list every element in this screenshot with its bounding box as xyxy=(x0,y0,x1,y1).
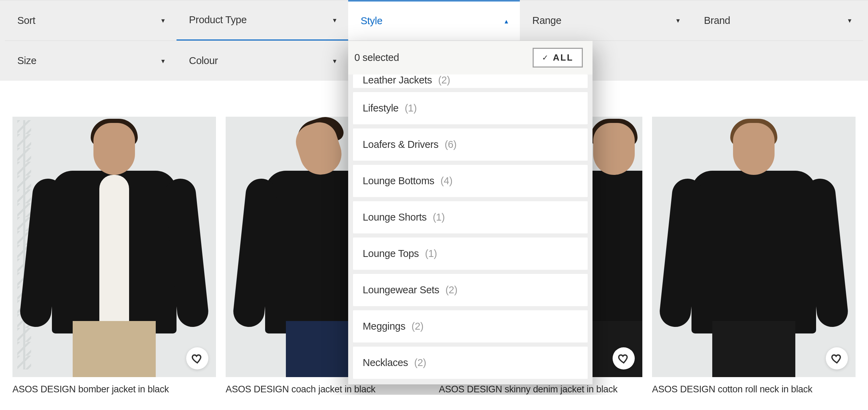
style-option-count: (2) xyxy=(445,284,458,295)
chevron-down-icon: ▾ xyxy=(161,57,165,65)
filter-empty xyxy=(691,41,863,81)
chevron-down-icon: ▾ xyxy=(848,16,851,25)
style-option-label: Leather Jackets xyxy=(363,74,432,86)
chevron-down-icon: ▾ xyxy=(333,57,336,65)
style-option-count: (2) xyxy=(414,357,426,368)
product-card[interactable]: ASOS DESIGN cotton roll neck in black xyxy=(652,117,856,395)
style-option[interactable]: Loafers & Drivers (6) xyxy=(353,128,588,161)
select-all-label: ALL xyxy=(553,52,573,63)
filter-bar: Sort ▾ Product Type ▾ Style ▴ Range ▾ Br… xyxy=(0,0,868,81)
filter-product-type[interactable]: Product Type ▾ xyxy=(177,0,348,41)
style-option-count: (4) xyxy=(441,175,453,186)
style-option-count: (6) xyxy=(445,139,457,150)
chevron-down-icon: ▾ xyxy=(676,16,680,25)
product-title: ASOS DESIGN cotton roll neck in black xyxy=(652,384,856,395)
style-option-label: Necklaces xyxy=(363,357,408,368)
product-title: ASOS DESIGN bomber jacket in black xyxy=(12,384,216,395)
style-option-label: Meggings xyxy=(363,321,405,332)
wishlist-button[interactable] xyxy=(186,347,208,369)
style-option-count: (1) xyxy=(433,212,445,223)
filter-label: Colour xyxy=(189,55,218,66)
style-option[interactable]: Loungewear Sets (2) xyxy=(353,274,588,306)
product-title: ASOS DESIGN coach jacket in black xyxy=(226,384,429,395)
style-option-label: Lounge Tops xyxy=(363,248,419,259)
style-option[interactable]: Leather Jackets (2) xyxy=(353,74,588,88)
style-option-label: Lifestyle xyxy=(363,102,399,114)
style-dropdown-panel: 0 selected ✓ ALL Leather Jackets (2) Lif… xyxy=(348,41,593,384)
style-option-count: (1) xyxy=(425,248,437,259)
filter-label: Brand xyxy=(704,15,730,26)
style-option-count: (2) xyxy=(412,321,424,332)
style-option-label: Lounge Bottoms xyxy=(363,175,434,186)
style-option[interactable]: Lifestyle (1) xyxy=(353,92,588,124)
filter-label: Range xyxy=(532,15,561,26)
heart-icon xyxy=(191,353,203,364)
wishlist-button[interactable] xyxy=(613,347,635,369)
selected-count-text: 0 selected xyxy=(354,52,399,63)
filter-style[interactable]: Style ▴ xyxy=(348,0,520,41)
product-image[interactable] xyxy=(12,117,216,377)
wishlist-button[interactable] xyxy=(826,347,848,369)
style-dropdown-header: 0 selected ✓ ALL xyxy=(348,41,593,74)
style-option[interactable]: Meggings (2) xyxy=(353,310,588,342)
chevron-up-icon: ▴ xyxy=(505,17,508,25)
filter-range[interactable]: Range ▾ xyxy=(520,0,691,41)
filter-label: Size xyxy=(17,55,36,66)
style-option[interactable]: Lounge Tops (1) xyxy=(353,238,588,270)
style-option-label: Loungewear Sets xyxy=(363,284,439,295)
product-card[interactable]: ASOS DESIGN bomber jacket in black xyxy=(12,117,216,395)
product-image[interactable] xyxy=(652,117,856,377)
style-option[interactable]: Necklaces (2) xyxy=(353,347,588,379)
chevron-down-icon: ▾ xyxy=(333,16,336,24)
chevron-down-icon: ▾ xyxy=(161,16,165,25)
filter-empty-style-col: 0 selected ✓ ALL Leather Jackets (2) Lif… xyxy=(348,41,520,81)
heart-icon xyxy=(618,353,630,364)
filter-colour[interactable]: Colour ▾ xyxy=(177,41,348,81)
check-icon: ✓ xyxy=(542,53,549,62)
style-option-label: Loafers & Drivers xyxy=(363,139,438,150)
filter-label: Product Type xyxy=(189,14,247,26)
style-dropdown-list[interactable]: Leather Jackets (2) Lifestyle (1) Loafer… xyxy=(348,74,593,384)
style-option-count: (2) xyxy=(438,74,450,86)
filter-label: Sort xyxy=(17,15,35,26)
style-option-count: (1) xyxy=(405,102,417,114)
style-option-label: Lounge Shorts xyxy=(363,212,427,223)
filter-label: Style xyxy=(361,15,382,27)
filter-brand[interactable]: Brand ▾ xyxy=(691,0,863,41)
select-all-button[interactable]: ✓ ALL xyxy=(533,48,583,68)
style-option[interactable]: Lounge Shorts (1) xyxy=(353,201,588,233)
heart-icon xyxy=(831,353,843,364)
style-option[interactable]: Lounge Bottoms (4) xyxy=(353,165,588,197)
filter-size[interactable]: Size ▾ xyxy=(5,41,177,81)
product-title: ASOS DESIGN skinny denim jacket in black xyxy=(439,384,642,395)
filter-sort[interactable]: Sort ▾ xyxy=(5,0,177,41)
